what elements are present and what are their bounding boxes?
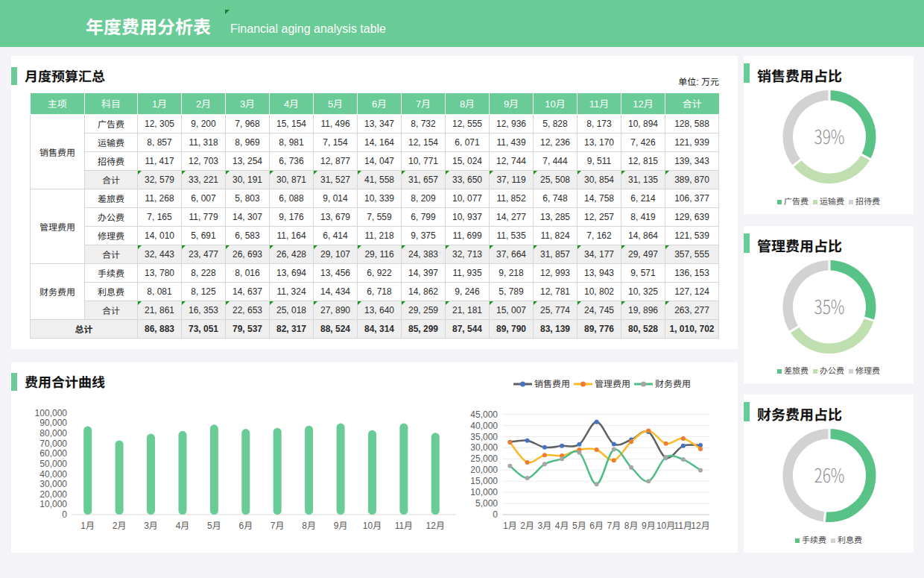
svg-text:11月: 11月 bbox=[674, 521, 692, 531]
svg-text:45,000: 45,000 bbox=[470, 409, 498, 420]
svg-text:30,000: 30,000 bbox=[470, 442, 498, 453]
svg-text:财务费用: 财务费用 bbox=[655, 379, 691, 389]
svg-text:8月: 8月 bbox=[302, 521, 316, 531]
svg-text:20,000: 20,000 bbox=[470, 465, 498, 475]
svg-text:50,000: 50,000 bbox=[39, 459, 67, 469]
svg-text:12月: 12月 bbox=[691, 521, 709, 531]
svg-text:25,000: 25,000 bbox=[470, 453, 498, 464]
svg-text:26%: 26% bbox=[814, 460, 845, 488]
svg-text:80,000: 80,000 bbox=[39, 428, 67, 439]
svg-text:35%: 35% bbox=[814, 292, 845, 319]
svg-text:5月: 5月 bbox=[207, 521, 221, 531]
svg-text:5月: 5月 bbox=[572, 521, 586, 531]
svg-text:11月: 11月 bbox=[395, 521, 413, 531]
svg-text:40,000: 40,000 bbox=[470, 421, 498, 431]
svg-text:0: 0 bbox=[493, 509, 498, 520]
svg-text:7月: 7月 bbox=[270, 521, 285, 531]
svg-text:100,000: 100,000 bbox=[35, 408, 68, 418]
svg-text:1月: 1月 bbox=[80, 521, 95, 531]
svg-text:7月: 7月 bbox=[607, 521, 621, 531]
svg-text:3月: 3月 bbox=[538, 521, 552, 531]
svg-text:2月: 2月 bbox=[520, 521, 534, 531]
svg-text:30,000: 30,000 bbox=[39, 479, 67, 489]
svg-text:销售费用: 销售费用 bbox=[534, 379, 570, 389]
svg-text:4月: 4月 bbox=[176, 521, 190, 531]
svg-text:40,000: 40,000 bbox=[39, 469, 67, 480]
svg-text:4月: 4月 bbox=[555, 521, 569, 531]
svg-text:8月: 8月 bbox=[624, 521, 639, 531]
svg-text:60,000: 60,000 bbox=[39, 448, 67, 459]
svg-text:0: 0 bbox=[62, 509, 67, 520]
svg-text:39%: 39% bbox=[814, 122, 845, 149]
svg-text:15,000: 15,000 bbox=[470, 476, 498, 486]
svg-text:管理费用: 管理费用 bbox=[595, 379, 630, 389]
svg-text:6月: 6月 bbox=[589, 521, 604, 531]
svg-text:10月: 10月 bbox=[363, 521, 382, 531]
svg-text:10,000: 10,000 bbox=[39, 499, 67, 509]
svg-text:20,000: 20,000 bbox=[39, 489, 67, 500]
svg-text:10,000: 10,000 bbox=[470, 487, 498, 497]
svg-text:5,000: 5,000 bbox=[475, 498, 498, 509]
svg-text:9月: 9月 bbox=[334, 521, 348, 531]
svg-text:9月: 9月 bbox=[642, 521, 656, 531]
svg-text:90,000: 90,000 bbox=[39, 418, 67, 428]
svg-text:3月: 3月 bbox=[144, 521, 158, 531]
svg-text:2月: 2月 bbox=[113, 521, 127, 531]
svg-text:10月: 10月 bbox=[656, 521, 675, 531]
svg-text:70,000: 70,000 bbox=[39, 439, 67, 449]
svg-text:35,000: 35,000 bbox=[470, 432, 498, 442]
svg-text:12月: 12月 bbox=[426, 521, 445, 531]
svg-text:1月: 1月 bbox=[503, 521, 517, 531]
svg-text:6月: 6月 bbox=[238, 521, 253, 531]
